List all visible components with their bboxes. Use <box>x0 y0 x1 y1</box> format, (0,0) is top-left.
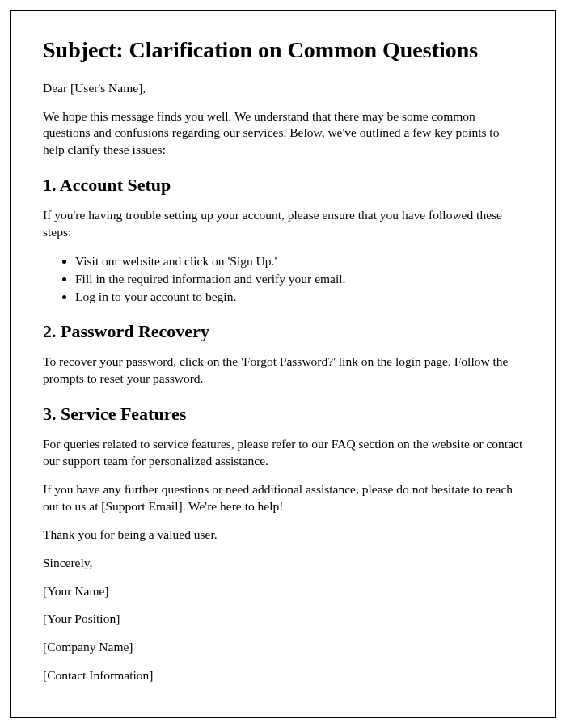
intro-paragraph: We hope this message finds you well. We … <box>43 108 523 159</box>
signature-name: [Your Name] <box>43 583 523 600</box>
section-body-password-recovery: To recover your password, click on the '… <box>43 353 523 387</box>
closing-paragraph-thanks: Thank you for being a valued user. <box>43 527 523 544</box>
document-page: Subject: Clarification on Common Questio… <box>10 10 556 718</box>
section-heading-password-recovery: 2. Password Recovery <box>43 321 523 342</box>
subject-heading: Subject: Clarification on Common Questio… <box>43 36 523 64</box>
signature-position: [Your Position] <box>43 611 523 628</box>
signoff: Sincerely, <box>43 555 523 572</box>
list-item: Log in to your account to begin. <box>75 288 523 306</box>
closing-paragraph-help: If you have any further questions or nee… <box>43 481 523 515</box>
greeting-line: Dear [User's Name], <box>43 80 523 97</box>
signature-contact: [Contact Information] <box>43 667 523 684</box>
list-item: Fill in the required information and ver… <box>75 270 523 288</box>
section-heading-service-features: 3. Service Features <box>43 404 523 425</box>
signature-company: [Company Name] <box>43 639 523 656</box>
section-heading-account-setup: 1. Account Setup <box>43 175 523 196</box>
list-item: Visit our website and click on 'Sign Up.… <box>75 252 523 270</box>
section-body-account-setup: If you're having trouble setting up your… <box>43 207 523 241</box>
section-body-service-features: For queries related to service features,… <box>43 436 523 470</box>
account-setup-steps: Visit our website and click on 'Sign Up.… <box>75 252 523 305</box>
